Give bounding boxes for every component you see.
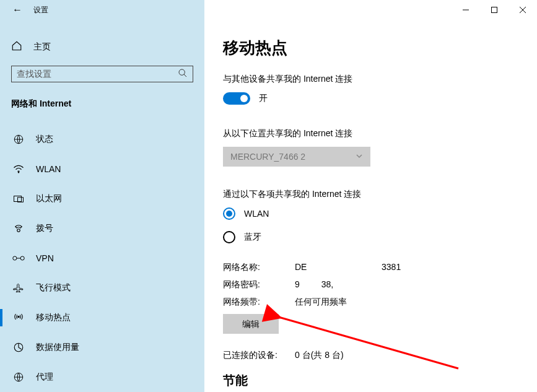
hotspot-icon [12,312,25,323]
svg-point-12 [20,256,24,260]
toggle-state: 开 [259,93,268,104]
svg-point-7 [18,172,19,173]
section-title: 网络和 Internet [11,98,193,110]
sidebar-item-airplane[interactable]: 飞行模式 [11,273,193,303]
from-label: 从以下位置共享我的 Internet 连接 [223,128,518,139]
share-label: 与其他设备共享我的 Internet 连接 [223,74,518,85]
sidebar-item-dialup[interactable]: 拨号 [11,214,193,243]
window-title: 设置 [33,5,48,15]
sidebar-item-data[interactable]: 数据使用量 [11,333,193,362]
home-label: 主页 [33,41,51,53]
sidebar-item-proxy[interactable]: 代理 [11,362,193,392]
wifi-icon [12,165,25,173]
svg-point-10 [17,229,20,232]
from-select[interactable]: MERCURY_7466 2 [223,147,370,167]
sidebar-item-ethernet[interactable]: 以太网 [11,184,193,214]
close-button[interactable] [509,0,537,20]
sidebar-item-label: 移动热点 [36,312,71,323]
radio-icon [223,231,235,243]
sidebar-item-wlan[interactable]: WLAN [11,154,193,184]
svg-rect-1 [492,7,497,13]
sidebar-item-hotspot[interactable]: 移动热点 [11,303,193,333]
content: 移动热点 与其他设备共享我的 Internet 连接 开 从以下位置共享我的 I… [204,20,537,392]
svg-point-4 [179,69,185,75]
airplane-icon [12,282,25,294]
back-icon[interactable]: ← [12,4,22,15]
ethernet-icon [12,194,25,203]
svg-line-5 [184,74,186,77]
info-row-band: 网络频带: 任何可用频率 [223,297,518,308]
sidebar-item-label: 以太网 [36,193,62,204]
proxy-icon [12,372,25,383]
edit-button[interactable]: 编辑 [223,314,279,334]
chevron-down-icon [356,152,363,162]
sidebar-item-label: WLAN [36,164,61,174]
sidebar-item-label: 数据使用量 [36,342,79,353]
radio-option-bluetooth[interactable]: 蓝牙 [223,231,518,243]
home-icon [11,40,22,53]
sidebar-item-label: 代理 [36,372,53,383]
from-value: MERCURY_7466 2 [230,152,305,162]
vpn-icon [12,254,25,263]
home-row[interactable]: 主页 [11,36,193,58]
radio-label: WLAN [244,209,269,219]
radio-label: 蓝牙 [244,232,261,243]
via-label: 通过以下各项共享我的 Internet 连接 [223,189,518,200]
sidebar-item-status[interactable]: 状态 [11,124,193,154]
page-title: 移动热点 [223,37,518,59]
svg-point-14 [18,316,19,317]
info-row-name: 网络名称: DE 3381 [223,262,518,273]
nav: 状态 WLAN 以太网 拨号 VPN [11,124,193,392]
dialup-icon [12,224,25,233]
data-icon [12,342,25,353]
maximize-button[interactable] [480,0,509,20]
sidebar-item-label: VPN [36,253,54,263]
search-icon [178,68,188,80]
radio-icon [223,207,235,220]
sidebar-item-label: 飞行模式 [36,282,71,294]
search-box[interactable] [11,66,193,82]
svg-point-11 [13,256,17,260]
info-row-connected: 已连接的设备: 0 台(共 8 台) [223,350,518,361]
status-icon [12,134,25,145]
share-toggle[interactable] [223,92,250,105]
info-row-password: 网络密码: 9 38, [223,279,518,290]
search-input[interactable] [17,69,178,79]
section-power: 节能 [223,372,518,389]
sidebar-item-vpn[interactable]: VPN [11,243,193,273]
sidebar: 主页 网络和 Internet 状态 WLAN [0,20,204,392]
radio-option-wlan[interactable]: WLAN [223,207,518,220]
sidebar-item-label: 状态 [36,134,53,145]
sidebar-item-label: 拨号 [36,223,53,234]
minimize-button[interactable] [452,0,480,20]
titlebar: ← 设置 [0,0,537,20]
